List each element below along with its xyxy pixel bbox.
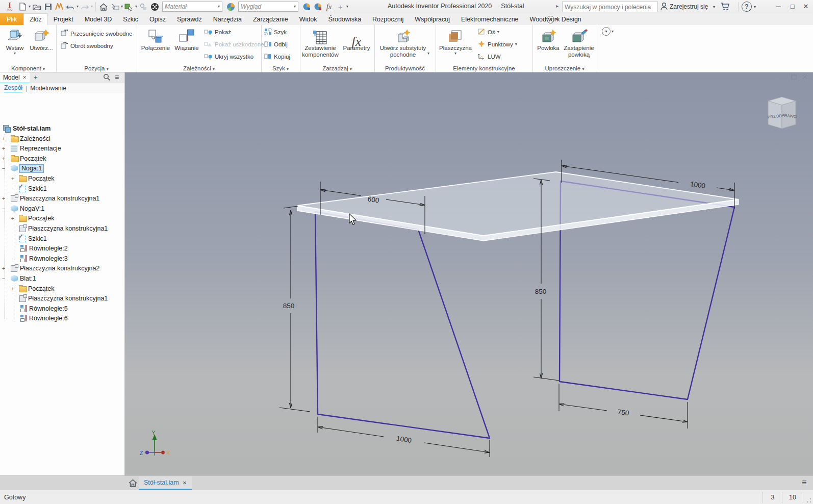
tree-item-label[interactable]: Noga:1 xyxy=(19,164,44,173)
tab-zarzadzanie[interactable]: Zarządzanie xyxy=(247,13,294,25)
polaczenie-button[interactable]: Połączenie xyxy=(140,27,171,52)
document-tab-close-icon[interactable]: ✕ xyxy=(183,480,187,486)
tree-expander[interactable]: − xyxy=(1,165,6,172)
tab-narzedzia[interactable]: Narzędzia xyxy=(208,13,247,25)
group-label-komponent[interactable]: Komponent ▾ xyxy=(0,65,56,71)
tab-model3d[interactable]: Model 3D xyxy=(79,13,118,25)
tree-row[interactable]: + Początek xyxy=(0,284,124,293)
parametry-button[interactable]: fx Parametry xyxy=(342,27,371,52)
tree-item-label[interactable]: Płaszczyzna konstrukcyjna1 xyxy=(28,225,108,233)
group-label-pozycja[interactable]: Pozycja ▾ xyxy=(56,65,137,71)
tree-expander[interactable]: + xyxy=(1,265,6,272)
browser-add-tab-icon[interactable]: + xyxy=(34,73,38,81)
home-tab-icon[interactable] xyxy=(129,479,137,489)
tree-row[interactable]: Szkic1 xyxy=(0,184,124,193)
tree-item-label[interactable]: Początek xyxy=(28,215,54,222)
powloka-button[interactable]: Powłoka xyxy=(535,27,562,52)
tree-expander[interactable]: + xyxy=(1,145,6,152)
select-icon[interactable] xyxy=(124,2,134,12)
save-icon[interactable] xyxy=(43,2,53,12)
tab-plik[interactable]: Plik xyxy=(0,13,23,25)
punktowy-button[interactable]: Punktowy▾ xyxy=(477,39,517,50)
tree-item-label[interactable]: Blat:1 xyxy=(20,275,36,283)
close-button[interactable]: ✕ xyxy=(800,0,812,12)
ukryj-wszystko-button[interactable]: Ukryj wszystko xyxy=(204,51,253,62)
zestawienie-button[interactable]: Zestawienie komponentów xyxy=(301,27,340,58)
group-label-elementy[interactable]: Elementy konstrukcyjne xyxy=(436,65,532,71)
odbij-button[interactable]: Odbij xyxy=(264,39,288,50)
tab-sprawdz[interactable]: Sprawdź xyxy=(171,13,208,25)
dim-bottom-right[interactable]: 750 xyxy=(617,408,629,417)
tree-row[interactable]: + Początek xyxy=(0,174,124,183)
tree-expander[interactable]: − xyxy=(1,205,6,212)
browser-tab-model[interactable]: Model ✕ xyxy=(0,72,30,84)
search-input[interactable] xyxy=(563,2,657,12)
return-icon[interactable] xyxy=(110,2,120,12)
tree-item-label[interactable]: Równoległe:2 xyxy=(29,245,68,253)
sign-in-link[interactable]: Zarejestruj się xyxy=(670,3,708,10)
home-icon[interactable] xyxy=(98,2,109,12)
tab-elektromechaniczne[interactable]: Elektromechaniczne xyxy=(455,13,524,25)
maximize-button[interactable]: □ xyxy=(786,0,799,12)
select-caret[interactable]: ▾ xyxy=(135,5,137,9)
adjust-appearance-icon[interactable] xyxy=(301,2,312,12)
tree-row[interactable]: Równoległe:5 xyxy=(0,304,124,313)
resize-grip[interactable] xyxy=(806,498,811,503)
fx-parameters-icon[interactable]: fx xyxy=(324,2,334,12)
szyk-button[interactable]: Szyk xyxy=(264,27,287,38)
document-tab[interactable]: Stół-stal.iam ✕ xyxy=(139,476,192,489)
new-file-caret[interactable]: ▾ xyxy=(29,5,31,9)
help-caret[interactable]: ▾ xyxy=(754,5,756,9)
tree-row[interactable]: Szkic1 xyxy=(0,234,124,243)
viewport-canvas[interactable]: 600 1000 850 850 750 1000 PRZÓD PRAWO xyxy=(125,72,813,475)
tree-row[interactable]: − NogaV:1 xyxy=(0,204,124,213)
substytuty-caret[interactable]: ▾ xyxy=(427,52,429,56)
tree-row[interactable]: + Początek xyxy=(0,214,124,223)
new-file-icon[interactable] xyxy=(17,2,28,12)
search-expand-arrow[interactable]: ▸ xyxy=(556,3,558,9)
tree-expander[interactable]: + xyxy=(10,175,15,182)
qat-add-icon[interactable]: + xyxy=(335,2,345,12)
plaszczyzna-button[interactable]: Płaszczyzna ▾ xyxy=(439,27,472,56)
tab-szkic[interactable]: Szkic xyxy=(117,13,144,25)
tree-item-label[interactable]: Stół-stal.iam xyxy=(13,125,50,133)
kopiuj-button[interactable]: Kopiuj xyxy=(264,51,290,62)
browser-tab-close-icon[interactable]: ✕ xyxy=(23,75,27,80)
tab-srodowiska[interactable]: Środowiska xyxy=(322,13,367,25)
tab-opisz[interactable]: Opisz xyxy=(144,13,171,25)
pokaz-uszkodzone-button[interactable]: Pokaż uszkodzone xyxy=(204,39,264,50)
tree-item-label[interactable]: Zależności xyxy=(20,135,50,143)
tree-row[interactable]: Równoległe:3 xyxy=(0,254,124,263)
wstaw-button[interactable]: Wstaw ▾ xyxy=(3,27,27,56)
tree-item-label[interactable]: Równoległe:3 xyxy=(29,255,68,263)
tree-row-selected[interactable]: − Noga:1 xyxy=(0,164,124,173)
os-button[interactable]: Oś▾ xyxy=(477,27,499,38)
tree-item-label[interactable]: Szkic1 xyxy=(28,235,47,243)
material-ball-icon[interactable] xyxy=(149,2,160,12)
tree-row[interactable]: Stół-stal.iam xyxy=(0,124,124,133)
update-icon[interactable] xyxy=(138,2,148,12)
dim-height-right[interactable]: 850 xyxy=(535,288,547,295)
punktowy-caret[interactable]: ▾ xyxy=(515,42,517,46)
undo-icon[interactable] xyxy=(65,2,75,12)
redo-caret[interactable]: ▾ xyxy=(91,5,93,9)
tree-row[interactable]: − Blat:1 xyxy=(0,274,124,283)
minimize-button[interactable]: ─ xyxy=(772,0,784,12)
tree-item-label[interactable]: Początek xyxy=(28,285,54,293)
group-label-produktywnosc[interactable]: Produktywność xyxy=(374,65,436,71)
tree-item-label[interactable]: NogaV:1 xyxy=(20,205,44,213)
undo-caret[interactable]: ▾ xyxy=(77,5,79,9)
przesuniecie-button[interactable]: Przesunięcie swobodne xyxy=(60,28,132,39)
group-label-uproszczenie[interactable]: Uproszczenie ▾ xyxy=(532,65,597,71)
appearance-combo[interactable]: Wygląd▾ xyxy=(238,2,298,12)
obrot-button[interactable]: Obrót swobodny xyxy=(60,40,113,52)
view-cube[interactable]: PRZÓD PRAWO xyxy=(768,97,797,129)
wiazanie-button[interactable]: Wiązanie xyxy=(172,27,201,52)
tab-zloz[interactable]: Złóż xyxy=(23,13,48,25)
tab-projekt[interactable]: Projekt xyxy=(48,13,79,25)
qat-customize-caret[interactable]: ▾ xyxy=(346,5,348,9)
group-label-szyk[interactable]: Szyk ▾ xyxy=(261,65,300,71)
ribbon-display-toggle[interactable]: ▴▾ xyxy=(547,15,562,23)
pokaz-button[interactable]: Pokaż xyxy=(204,27,231,38)
panel-options-toggle[interactable]: ▾▾ xyxy=(602,27,614,36)
